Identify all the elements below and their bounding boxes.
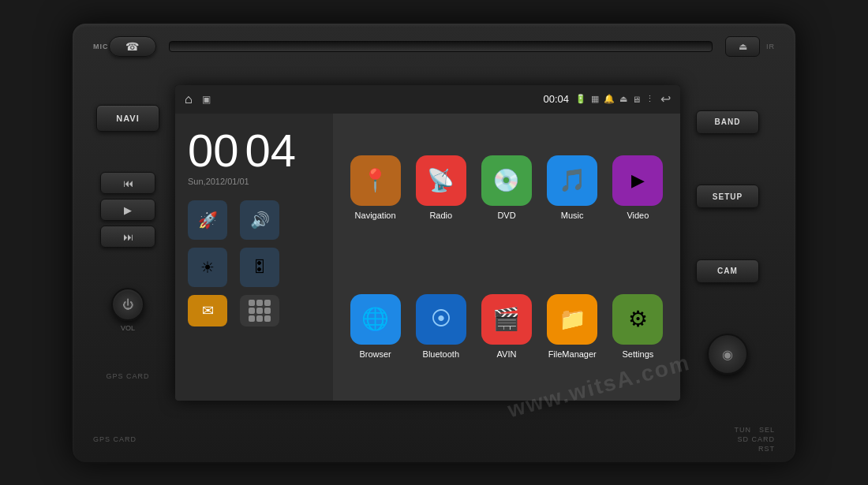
app-video[interactable]: ▶ Video [608,123,668,252]
video-icon: ▶ [612,155,663,206]
eject-button[interactable]: ⏏ [725,36,760,57]
settings-label: Settings [623,349,654,359]
filemanager-icon: 📁 [547,294,597,345]
volume-icon: 🔔 [604,94,615,104]
screen: ⌂ ▣ 00:04 🔋 ▦ 🔔 ⏏ 🖥 ⋮ ↩ [175,85,680,401]
home-icon[interactable]: ⌂ [185,92,193,106]
settings-widget-icon: 🎛 [252,258,268,276]
disc-slot [169,41,713,52]
play-icon: ▶ [124,204,132,216]
mic-label: MIC [93,43,109,50]
avin-icon: 🎬 [481,294,532,345]
signal-icon: ▦ [591,94,599,104]
settings-widget[interactable]: 🎛 [240,248,279,287]
app-radio[interactable]: 📡 Radio [411,123,470,252]
gps-card-label-left: GPS CARD [106,372,149,380]
volume-widget[interactable]: 🔊 [240,200,279,240]
setup-label: SETUP [713,192,743,201]
brightness-widget[interactable]: ☀ [188,248,227,287]
clock-date: Sun,2012/01/01 [188,177,249,186]
volume-knob-right[interactable]: ◉ [707,334,748,375]
display-icon: 🖥 [632,95,641,104]
clock-panel: 00 04 Sun,2012/01/01 🚀 🔊 [175,114,333,401]
gps-card-label: GPS CARD [93,435,137,443]
screen-body: 00 04 Sun,2012/01/01 🚀 🔊 [175,114,680,401]
setup-button[interactable]: SETUP [696,185,759,208]
app-avin[interactable]: 🎬 AVIN [477,262,536,391]
app-settings[interactable]: ⚙ Settings [608,262,668,391]
app-music[interactable]: 🎵 Music [543,123,602,252]
dvd-icon: 💿 [481,155,532,206]
settings-icon: ⚙ [612,294,663,345]
status-time: 00:04 [543,93,569,105]
rocket-icon: 🚀 [198,211,218,229]
sel-label: SEL [759,426,775,434]
phone-icon: ☎ [125,40,139,53]
widget-row-1: 🚀 🔊 [188,200,279,240]
status-bar: ⌂ ▣ 00:04 🔋 ▦ 🔔 ⏏ 🖥 ⋮ ↩ [175,85,680,114]
grid-icon [249,300,271,322]
apps-panel: 📍 Navigation 📡 Radio 💿 DVD 🎵 Music [333,114,680,401]
play-button[interactable]: ▶ [100,199,155,221]
app-browser[interactable]: 🌐 Browser [346,262,405,391]
rocket-widget[interactable]: 🚀 [188,200,227,240]
volume-knob-icon: ◉ [722,347,733,362]
widget-row-3: ✉ [188,295,279,326]
recent-apps-icon[interactable]: ▣ [202,94,211,105]
prev-icon: ⏮ [123,177,133,189]
bluetooth-label: Bluetooth [423,349,459,359]
top-bar: MIC ☎ ⏏ IR [80,32,788,62]
email-widget[interactable]: ✉ [188,295,227,326]
vol-label: VOL [121,324,135,332]
more-icon[interactable]: ⋮ [645,94,654,104]
clock-display: 00 04 [188,128,296,173]
navi-button[interactable]: NAVI [96,105,159,132]
battery-icon: 🔋 [575,94,586,104]
app-bluetooth[interactable]: ⦿ Bluetooth [411,262,470,391]
browser-label: Browser [359,349,391,359]
dvd-label: DVD [497,211,515,220]
clock-hour: 00 [188,128,239,173]
phone-button[interactable]: ☎ [109,36,156,57]
navi-label: NAVI [116,114,139,123]
clock-minute: 04 [245,128,297,173]
eject-icon: ⏏ [739,41,747,52]
band-button[interactable]: BAND [696,110,759,134]
rst-label: RST [758,445,775,453]
back-icon[interactable]: ↩ [660,91,671,106]
grid-widget[interactable] [240,295,279,326]
bottom-right-labels: TUN SEL SD CARD RST [734,426,775,453]
app-dvd[interactable]: 💿 DVD [477,123,536,252]
app-filemanager[interactable]: 📁 FileManager [543,262,602,391]
widget-row-2: ☀ 🎛 [188,248,279,287]
avin-label: AVIN [497,349,517,359]
power-icon: ⏻ [122,298,133,311]
bottom-left-controls: ⏻ VOL [111,288,144,332]
music-label: Music [561,211,584,220]
brightness-icon: ☀ [200,258,215,277]
email-icon: ✉ [202,302,214,319]
disc-icon: ⏏ [619,94,627,104]
cam-label: CAM [717,267,738,275]
prev-button[interactable]: ⏮ [100,172,155,194]
bluetooth-icon: ⦿ [416,294,466,345]
bottom-bar: GPS CARD TUN SEL SD CARD RST [80,424,788,454]
next-icon: ⏭ [123,231,133,243]
next-button[interactable]: ⏭ [100,226,155,248]
tun-label: TUN [734,426,751,434]
browser-icon: 🌐 [350,294,401,345]
navigation-icon: 📍 [350,155,401,206]
navigation-label: Navigation [355,211,396,220]
car-unit: MIC ☎ ⏏ IR NAVI ⏮ ▶ ⏭ [71,22,797,464]
radio-icon: 📡 [416,155,466,206]
app-navigation[interactable]: 📍 Navigation [346,123,405,252]
cam-button[interactable]: CAM [696,259,759,283]
video-label: Video [627,211,649,220]
volume-widget-icon: 🔊 [250,211,270,229]
status-icons: 🔋 ▦ 🔔 ⏏ 🖥 ⋮ [575,94,654,104]
right-panel: BAND SETUP CAM ◉ [680,77,775,409]
main-section: NAVI ⏮ ▶ ⏭ ⏻ VOL [80,62,788,424]
band-label: BAND [715,118,741,126]
left-panel: NAVI ⏮ ▶ ⏭ ⏻ VOL [80,77,175,409]
power-button[interactable]: ⏻ [111,288,144,321]
